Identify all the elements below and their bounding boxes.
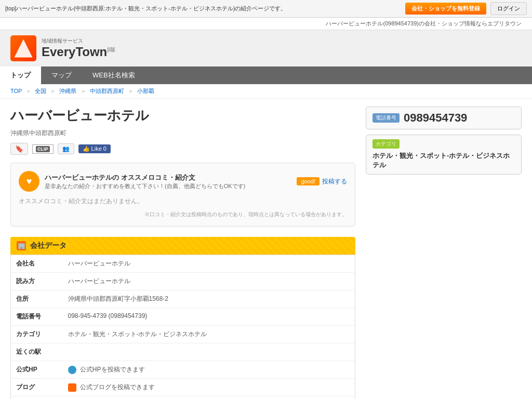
sub-header: ハーバービューホテル(0989454739)の会社・ショップ情報ならエブリタウン: [0, 18, 532, 30]
blog-icon: [68, 383, 76, 392]
navigation: トップ マップ WEB社名検索: [0, 66, 532, 84]
nav-web-search[interactable]: WEB社名検索: [82, 66, 145, 84]
phone-label: 電話番号: [11, 308, 63, 326]
review-avatar: ♥: [19, 171, 39, 192]
station-value: [63, 343, 355, 361]
phone-box: 電話番号 0989454739: [366, 107, 522, 129]
category-box: カテゴリ ホテル・観光・スポット-ホテル・ビジネスホテル: [366, 135, 522, 175]
company-table: 会社名 ハーバービューホテル 読み方 ハーバービューホテル 住所 沖縄県中頭郡西…: [10, 255, 355, 399]
review-empty-text: オススメロコミ・紹介文はまだありません。: [19, 197, 347, 206]
action-row: 🔖 CLIP 👥 👍 Like 0: [10, 143, 355, 155]
review-note: ※口コミ・紹介文は投稿時点のものであり、現時点とは異なっている場合があります。: [19, 211, 347, 218]
logo-box: 地域情報サービス EveryTownβ版: [10, 35, 115, 61]
category-label: カテゴリ: [373, 139, 400, 149]
company-icon: 🏢: [17, 241, 26, 250]
main-content: ハーバービューホテル 沖縄県中頭郡西原町 🔖 CLIP 👥 👍 Like 0 ♥: [0, 99, 532, 399]
breadcrumb-nakagami[interactable]: 中頭郡西原町: [90, 88, 124, 94]
sub-header-text: ハーバービューホテル(0989454739)の会社・ショップ情報ならエブリタウン: [326, 20, 522, 26]
breadcrumb-top[interactable]: TOP: [10, 88, 22, 94]
top-bar: [top]ハーバービューホテル(中頭郡西原:ホテル・観光・スポット-ホテル・ビジ…: [0, 0, 532, 18]
nav-map[interactable]: マップ: [41, 66, 82, 84]
company-name-value: ハーバービューホテル: [63, 255, 355, 273]
top-bar-title: [top]ハーバービューホテル(中頭郡西原:ホテル・観光・スポット-ホテル・ビジ…: [5, 5, 286, 12]
like-thumb-icon: 👍: [83, 145, 90, 152]
reading-value: ハーバービューホテル: [63, 273, 355, 290]
phone-number: 0989454739: [404, 111, 467, 125]
table-row: Twitter ツイッターを投稿できます: [11, 396, 355, 400]
logo-icon: [10, 35, 36, 61]
category-text: ホテル・観光・スポット-ホテル・ビジネスホテル: [373, 151, 515, 170]
company-header-wrap: 🏢 会社データ: [10, 237, 355, 255]
content-area: ハーバービューホテル 沖縄県中頭郡西原町 🔖 CLIP 👥 👍 Like 0 ♥: [10, 107, 355, 399]
category-value: ホテル・観光・スポット-ホテル・ビジネスホテル: [63, 326, 355, 343]
twitter-label: Twitter: [11, 396, 63, 400]
blog-value[interactable]: 公式ブログを投稿できます: [63, 379, 355, 396]
breadcrumb-zenkoku[interactable]: 全国: [35, 88, 46, 94]
login-button[interactable]: ログイン: [490, 2, 527, 15]
category-label: カテゴリ: [11, 326, 63, 343]
review-post-area: good! 投稿する: [297, 177, 347, 186]
header: 地域情報サービス EveryTownβ版: [0, 30, 532, 66]
sidebar: 電話番号 0989454739 カテゴリ ホテル・観光・スポット-ホテル・ビジネ…: [366, 107, 522, 399]
bookmark-icon: 🔖: [15, 145, 23, 153]
page-address: 沖縄県中頭郡西原町: [10, 129, 355, 138]
official-hp-label: 公式HP: [11, 361, 63, 379]
blog-label: ブログ: [11, 379, 63, 396]
logo-icon-shape: [15, 39, 33, 58]
heart-icon: ♥: [26, 176, 32, 187]
table-row: ブログ 公式ブログを投稿できます: [11, 379, 355, 396]
clip-icon: CLIP: [36, 146, 50, 152]
review-title: ハーバービューホテルの オススメロコミ・紹介文: [45, 173, 245, 182]
clip-button[interactable]: CLIP: [32, 144, 54, 154]
table-row: カテゴリ ホテル・観光・スポット-ホテル・ビジネスホテル: [11, 326, 355, 343]
review-title-area: ハーバービューホテルの オススメロコミ・紹介文 是非あなたの紹介・おすすめを教え…: [45, 173, 245, 190]
table-row: 住所 沖縄県中頭郡西原町字小那覇1568-2: [11, 290, 355, 308]
breadcrumb-okinawa[interactable]: 沖縄県: [59, 88, 76, 94]
phone-value: 098-945-4739 (0989454739): [63, 308, 355, 326]
bookmark-button[interactable]: 🔖: [10, 143, 28, 155]
phone-label: 電話番号: [373, 113, 400, 123]
official-hp-value[interactable]: 公式HPを投稿できます: [63, 361, 355, 379]
page-title: ハーバービューホテル: [10, 107, 355, 125]
logo-beta: β版: [107, 47, 115, 52]
reading-label: 読み方: [11, 273, 63, 290]
company-section: 🏢 会社データ 会社名 ハーバービューホテル 読み方 ハーバービューホテル 住所…: [10, 237, 355, 399]
breadcrumb-konaha[interactable]: 小那覇: [137, 88, 154, 94]
nav-top[interactable]: トップ: [0, 66, 41, 84]
like-label: Like 0: [91, 145, 107, 152]
post-link[interactable]: 投稿する: [322, 177, 347, 186]
good-badge[interactable]: good!: [297, 177, 320, 185]
register-button[interactable]: 会社・ショップを無料登録: [405, 3, 486, 15]
table-row: 公式HP 公式HPを投稿できます: [11, 361, 355, 379]
company-name-label: 会社名: [11, 255, 63, 273]
station-label: 近くの駅: [11, 343, 63, 361]
table-row: 会社名 ハーバービューホテル: [11, 255, 355, 273]
address-label: 住所: [11, 290, 63, 308]
logo-text: 地域情報サービス EveryTownβ版: [42, 37, 115, 59]
breadcrumb: TOP ＞ 全国 ＞ 沖縄県 ＞ 中頭郡西原町 ＞ 小那覇: [0, 84, 532, 99]
like-button[interactable]: 👍 Like 0: [78, 144, 111, 153]
logo-title: EveryTownβ版: [42, 45, 115, 59]
review-subtitle: 是非あなたの紹介・おすすめを教えて下さい！(自薦、他薦どちらでもOKです): [45, 182, 245, 190]
table-row: 読み方 ハーバービューホテル: [11, 273, 355, 290]
review-header: ♥ ハーバービューホテルの オススメロコミ・紹介文 是非あなたの紹介・おすすめを…: [19, 171, 347, 192]
official-hp-icon: [68, 366, 76, 374]
table-row: 電話番号 098-945-4739 (0989454739): [11, 308, 355, 326]
table-row: 近くの駅: [11, 343, 355, 361]
share-icon: 👥: [62, 145, 70, 152]
company-section-title: 会社データ: [30, 241, 66, 250]
review-box: ♥ ハーバービューホテルの オススメロコミ・紹介文 是非あなたの紹介・おすすめを…: [10, 163, 355, 227]
company-header: 🏢 会社データ: [10, 237, 355, 255]
twitter-value[interactable]: ツイッターを投稿できます: [63, 396, 355, 400]
address-value: 沖縄県中頭郡西原町字小那覇1568-2: [63, 290, 355, 308]
share-button[interactable]: 👥: [58, 143, 74, 154]
top-bar-right: 会社・ショップを無料登録 ログイン: [405, 2, 527, 15]
logo-subtitle: 地域情報サービス: [42, 37, 115, 45]
